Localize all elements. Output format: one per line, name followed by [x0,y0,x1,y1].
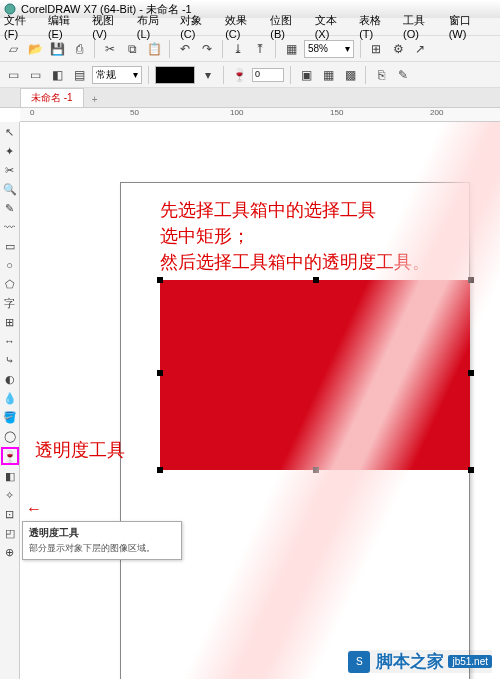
dimension-tool-icon[interactable]: ↔ [2,333,18,349]
import-icon[interactable]: ⤓ [229,40,247,58]
document-tabs: 未命名 -1 + [0,88,500,108]
export-icon[interactable]: ⤒ [251,40,269,58]
selection-handle[interactable] [157,277,163,283]
rectangle-tool-icon[interactable]: ▭ [2,238,18,254]
separator [290,66,291,84]
artistic-tool-icon[interactable]: 〰 [2,219,18,235]
ellipse-tool-icon[interactable]: ○ [2,257,18,273]
tooltip-description: 部分显示对象下层的图像区域。 [29,542,175,555]
svg-point-0 [5,4,15,14]
options-icon[interactable]: ⚙ [389,40,407,58]
tab-add-button[interactable]: + [84,92,106,107]
new-icon[interactable]: ▱ [4,40,22,58]
freehand-tool-icon[interactable]: ✎ [2,200,18,216]
prop-icon[interactable]: ▭ [26,66,44,84]
tool-label-annotation: 透明度工具 [35,438,125,462]
apply-icon[interactable]: ▩ [341,66,359,84]
selection-handle[interactable] [468,467,474,473]
ruler-mark: 0 [30,108,34,117]
arrow-annotation: ← [26,500,42,518]
smart-tool-icon[interactable]: ✧ [2,487,18,503]
menu-edit[interactable]: 编辑(E) [48,13,82,40]
launch-icon[interactable]: ↗ [411,40,429,58]
menu-view[interactable]: 视图(V) [92,13,126,40]
menu-tools[interactable]: 工具(O) [403,13,439,40]
anno-line: 然后选择工具箱中的透明度工具。 [160,249,430,275]
property-bar: ▭ ▭ ◧ ▤ 常规▾ ▾ 🍷 0 ▣ ▦ ▩ ⎘ ✎ [0,62,500,88]
text-tool-icon[interactable]: 字 [2,295,18,311]
connector-tool-icon[interactable]: ⤷ [2,352,18,368]
canvas-area[interactable]: 先选择工具箱中的选择工具 选中矩形； 然后选择工具箱中的透明度工具。 [20,122,500,679]
edit-icon[interactable]: ✎ [394,66,412,84]
menu-window[interactable]: 窗口(W) [449,13,486,40]
selection-handle[interactable] [313,467,319,473]
prop-icon[interactable]: ◧ [48,66,66,84]
menu-object[interactable]: 对象(C) [180,13,215,40]
apply-icon[interactable]: ▦ [319,66,337,84]
dropdown-icon[interactable]: ▾ [199,66,217,84]
tool-icon[interactable]: ⊕ [2,544,18,560]
tooltip-title: 透明度工具 [29,526,175,540]
doc-tab-active[interactable]: 未命名 -1 [20,88,84,107]
copy-icon[interactable]: ⧉ [123,40,141,58]
transparency-icon[interactable]: 🍷 [230,66,248,84]
selection-handle[interactable] [468,370,474,376]
menu-text[interactable]: 文本(X) [315,13,349,40]
separator [148,66,149,84]
ruler-mark: 100 [230,108,243,117]
redo-icon[interactable]: ↷ [198,40,216,58]
menu-table[interactable]: 表格(T) [359,13,393,40]
cut-icon[interactable]: ✂ [101,40,119,58]
interactive-tool-icon[interactable]: ◧ [2,468,18,484]
zoom-combo[interactable]: 58%▾ [304,40,354,58]
prop-icon[interactable]: ▤ [70,66,88,84]
transparency-tool-icon[interactable]: 🍷 [1,447,19,465]
menu-effects[interactable]: 效果(C) [225,13,260,40]
selection-handle[interactable] [157,467,163,473]
ruler-mark: 200 [430,108,443,117]
ruler-mark: 150 [330,108,343,117]
selection-handle[interactable] [157,370,163,376]
zoom-tool-icon[interactable]: 🔍 [2,181,18,197]
publish-icon[interactable]: ▦ [282,40,300,58]
anno-line: 选中矩形； [160,223,430,249]
pick-tool-icon[interactable]: ↖ [2,124,18,140]
snap-icon[interactable]: ⊞ [367,40,385,58]
toolbox: ↖ ✦ ✂ 🔍 ✎ 〰 ▭ ○ ⬠ 字 ⊞ ↔ ⤷ ◐ 💧 🪣 ◯ 🍷 ◧ ✧ … [0,122,20,679]
watermark-icon: S [348,651,370,673]
outline-tool-icon[interactable]: ◯ [2,428,18,444]
paste-icon[interactable]: 📋 [145,40,163,58]
polygon-tool-icon[interactable]: ⬠ [2,276,18,292]
menu-bitmap[interactable]: 位图(B) [270,13,304,40]
menu-file[interactable]: 文件(F) [4,13,38,40]
save-icon[interactable]: 💾 [48,40,66,58]
separator [365,66,366,84]
menu-layout[interactable]: 布局(L) [137,13,170,40]
copy-prop-icon[interactable]: ⎘ [372,66,390,84]
style-combo[interactable]: 常规▾ [92,66,142,84]
eyedropper-tool-icon[interactable]: 💧 [2,390,18,406]
tool-icon[interactable]: ◰ [2,525,18,541]
selection-handle[interactable] [313,277,319,283]
selected-rectangle[interactable] [160,280,470,470]
undo-icon[interactable]: ↶ [176,40,194,58]
site-watermark: S 脚本之家 jb51.net [348,650,492,673]
ruler-mark: 50 [130,108,139,117]
separator [275,40,276,58]
fill-color[interactable] [155,66,195,84]
shape-tool-icon[interactable]: ✦ [2,143,18,159]
crop-tool-icon[interactable]: ✂ [2,162,18,178]
selection-handle[interactable] [468,277,474,283]
print-icon[interactable]: ⎙ [70,40,88,58]
watermark-text: 脚本之家 [376,650,444,673]
effects-tool-icon[interactable]: ◐ [2,371,18,387]
fill-tool-icon[interactable]: 🪣 [2,409,18,425]
separator [222,40,223,58]
table-tool-icon[interactable]: ⊞ [2,314,18,330]
num-input[interactable]: 0 [252,68,284,82]
apply-icon[interactable]: ▣ [297,66,315,84]
prop-icon[interactable]: ▭ [4,66,22,84]
tool-icon[interactable]: ⊡ [2,506,18,522]
open-icon[interactable]: 📂 [26,40,44,58]
horizontal-ruler: 0 50 100 150 200 [20,108,500,122]
